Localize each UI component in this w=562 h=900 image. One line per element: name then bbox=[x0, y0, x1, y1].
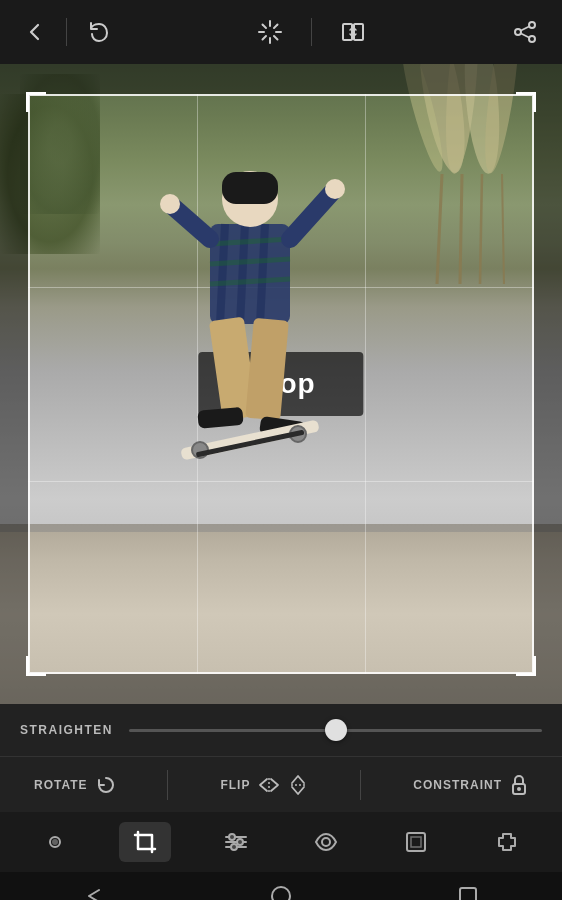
svg-rect-52 bbox=[138, 835, 152, 849]
svg-point-59 bbox=[322, 838, 330, 846]
svg-point-37 bbox=[325, 179, 345, 199]
crop-handle-top-right[interactable] bbox=[516, 92, 536, 112]
svg-rect-39 bbox=[245, 318, 289, 421]
crop-handle-bottom-right[interactable] bbox=[516, 656, 536, 676]
svg-point-62 bbox=[272, 887, 290, 900]
svg-rect-61 bbox=[411, 837, 421, 847]
crop-outside-top bbox=[0, 64, 562, 94]
svg-rect-33 bbox=[222, 172, 278, 204]
nav-home-button[interactable] bbox=[249, 876, 313, 900]
rotate-icon[interactable] bbox=[96, 775, 116, 795]
crop-handle-bottom-left[interactable] bbox=[26, 656, 46, 676]
svg-rect-8 bbox=[343, 24, 352, 40]
flip-label: FLIP bbox=[220, 778, 250, 792]
toolbar-right bbox=[508, 15, 542, 49]
share-button[interactable] bbox=[508, 15, 542, 49]
svg-line-26 bbox=[220, 224, 225, 324]
svg-point-13 bbox=[515, 29, 521, 35]
flip-horizontal-icon[interactable] bbox=[258, 775, 280, 795]
tool-light[interactable] bbox=[29, 822, 81, 862]
nav-bar bbox=[0, 872, 562, 900]
svg-point-49 bbox=[517, 787, 521, 791]
svg-line-6 bbox=[274, 25, 278, 29]
nav-back-button[interactable] bbox=[62, 876, 126, 900]
toolbar-left bbox=[20, 16, 115, 48]
svg-rect-63 bbox=[460, 888, 476, 900]
tool-detail[interactable] bbox=[300, 822, 352, 862]
image-area[interactable]: Crop bbox=[0, 64, 562, 704]
rotate-group: ROTATE bbox=[34, 775, 116, 795]
svg-point-56 bbox=[229, 834, 235, 840]
grid-line-v2 bbox=[365, 94, 366, 674]
flip-group: FLIP bbox=[220, 774, 308, 796]
controls-bar: ROTATE FLIP CONSTRAI bbox=[0, 756, 562, 812]
toolbar-center bbox=[253, 15, 370, 49]
magic-tool-button[interactable] bbox=[253, 15, 287, 49]
nav-recents-button[interactable] bbox=[436, 876, 500, 900]
svg-point-51 bbox=[52, 839, 58, 845]
svg-point-57 bbox=[237, 839, 243, 845]
constraint-group: CONSTRAINT bbox=[413, 775, 528, 795]
undo-button[interactable] bbox=[83, 16, 115, 48]
toolbar-divider-1 bbox=[66, 18, 67, 46]
controls-divider-1 bbox=[167, 770, 168, 800]
svg-line-27 bbox=[240, 224, 245, 324]
rotate-label: ROTATE bbox=[34, 778, 88, 792]
svg-rect-9 bbox=[354, 24, 363, 40]
svg-point-36 bbox=[160, 194, 180, 214]
straighten-section: STRAIGHTEN bbox=[0, 704, 562, 756]
straighten-label: STRAIGHTEN bbox=[20, 723, 113, 737]
tool-crop[interactable] bbox=[119, 822, 171, 862]
svg-line-14 bbox=[521, 27, 529, 31]
svg-line-15 bbox=[521, 34, 529, 38]
crop-outside-left bbox=[0, 94, 28, 674]
svg-line-4 bbox=[263, 25, 267, 29]
svg-point-12 bbox=[529, 36, 535, 42]
svg-line-35 bbox=[290, 189, 335, 239]
crop-outside-bottom bbox=[0, 674, 562, 704]
tool-adjust[interactable] bbox=[210, 822, 262, 862]
flip-vertical-icon[interactable] bbox=[288, 774, 308, 796]
crop-outside-right bbox=[534, 94, 562, 674]
crop-handle-top-left[interactable] bbox=[26, 92, 46, 112]
tool-healing[interactable] bbox=[481, 822, 533, 862]
constraint-label: CONSTRAINT bbox=[413, 778, 502, 792]
svg-point-58 bbox=[231, 844, 237, 850]
straighten-slider[interactable] bbox=[129, 729, 542, 732]
toolbar-divider-2 bbox=[311, 18, 312, 46]
lock-icon[interactable] bbox=[510, 775, 528, 795]
svg-point-11 bbox=[529, 22, 535, 28]
bottom-toolbar bbox=[0, 812, 562, 872]
top-toolbar bbox=[0, 0, 562, 64]
skater-figure bbox=[140, 124, 360, 524]
compare-button[interactable] bbox=[336, 15, 370, 49]
svg-line-5 bbox=[274, 36, 278, 40]
svg-line-7 bbox=[263, 36, 267, 40]
svg-rect-40 bbox=[197, 407, 243, 429]
back-button[interactable] bbox=[20, 17, 50, 47]
tool-framing[interactable] bbox=[390, 822, 442, 862]
controls-divider-2 bbox=[360, 770, 361, 800]
svg-rect-60 bbox=[407, 833, 425, 851]
